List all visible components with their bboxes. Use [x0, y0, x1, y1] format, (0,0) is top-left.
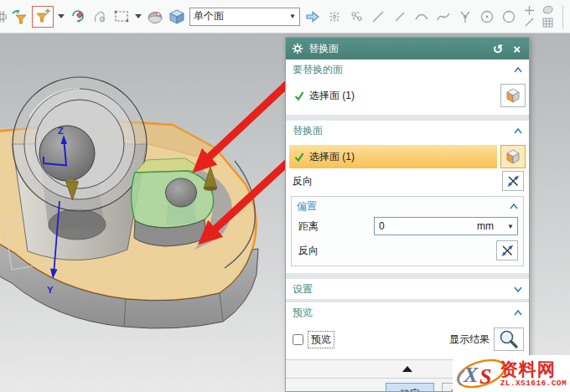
chevron-up-icon: [514, 128, 522, 134]
collapse-up-icon: [402, 366, 412, 372]
select-face-row-2-active[interactable]: 选择面 (1): [289, 145, 497, 168]
filter-plus-icon[interactable]: [32, 6, 54, 28]
glass-cube-icon[interactable]: [168, 7, 186, 27]
group-header-replacement-face[interactable]: 替换面: [286, 121, 529, 141]
group-header-preview[interactable]: 预览: [286, 302, 529, 322]
offset-group-header[interactable]: 偏置: [297, 197, 518, 215]
branch-icon[interactable]: [456, 7, 474, 27]
clipped-tool-icon[interactable]: [0, 7, 7, 27]
chevron-up-icon: [514, 310, 522, 316]
watermark-site-name: 资料网: [500, 360, 556, 378]
model-pad-hole[interactable]: [166, 178, 197, 207]
chevron-down-icon: [514, 286, 522, 292]
forward-arrow-icon[interactable]: [303, 7, 322, 27]
distance-dropdown-caret[interactable]: ▼: [504, 223, 517, 230]
reverse-direction-label: 反向: [293, 174, 502, 188]
preview-checkbox-label[interactable]: 预览: [308, 331, 334, 348]
scatter-points-icon[interactable]: [325, 7, 344, 27]
magnifier-icon: [498, 329, 520, 349]
close-icon[interactable]: ×: [510, 43, 523, 55]
distance-unit: mm: [477, 220, 504, 232]
gear-icon: [292, 43, 303, 54]
rect-select-icon[interactable]: [112, 7, 131, 27]
preview-checkbox[interactable]: [293, 334, 303, 345]
reset-icon[interactable]: ↺: [490, 43, 506, 55]
watermark-site-url: ZL.XS1616.COM: [500, 379, 567, 388]
group-header-settings[interactable]: 设置: [286, 279, 529, 299]
arc-icon[interactable]: [412, 7, 431, 27]
group-title: 替换面: [293, 124, 514, 138]
spline-icon[interactable]: [434, 7, 453, 27]
combo-caret-icon[interactable]: ▼: [289, 13, 296, 20]
circle-center-icon[interactable]: [478, 7, 496, 27]
watermark-logo-s: S: [479, 364, 491, 389]
show-result-button[interactable]: [494, 328, 524, 351]
distance-label: 距离: [298, 219, 374, 234]
group-faces-to-replace: 要替换的面 选择面 (1): [286, 59, 529, 115]
face-rule-value: 单个面: [194, 9, 286, 23]
face-rule-combobox[interactable]: 单个面 ▼: [189, 8, 300, 26]
offset-groupbox: 偏置 距离 mm ▼ 反向: [291, 196, 524, 266]
reverse-direction-icon: [500, 243, 515, 258]
distance-input-combo: mm ▼: [374, 217, 518, 235]
face-selection-cube-button-1[interactable]: [500, 84, 526, 107]
watermark-logo: X S: [454, 356, 505, 391]
snap-filter-icon[interactable]: [10, 7, 28, 27]
watermark-logo-x: X: [463, 363, 479, 387]
group-header-faces-to-replace[interactable]: 要替换的面: [286, 59, 529, 80]
group-settings: 设置: [286, 279, 529, 299]
filter-dropdown-caret[interactable]: [57, 14, 65, 18]
cube-face-icon: [505, 148, 521, 165]
line-alt-icon[interactable]: [391, 7, 409, 27]
ellipse-icon[interactable]: [500, 7, 518, 27]
group-title: 要替换的面: [293, 63, 514, 77]
replace-face-dialog: 替换面 ↺ × 要替换的面 选择面 (1): [285, 37, 530, 392]
show-result-label: 显示结果: [449, 333, 490, 347]
check-icon: [294, 90, 304, 101]
plus-line-stack-icon[interactable]: [521, 3, 536, 30]
chevron-up-icon: [514, 67, 522, 73]
select-face-label-1: 选择面 (1): [309, 89, 355, 103]
group-preview: 预览 预览 显示结果: [286, 302, 529, 359]
offset-reverse-label: 反向: [298, 244, 496, 258]
shaded-view-icon[interactable]: [146, 7, 164, 27]
group-replacement-face: 替换面 选择面 (1) 反向: [286, 121, 529, 273]
select-face-row-1[interactable]: 选择面 (1): [289, 84, 497, 107]
cube-face-icon: [505, 87, 521, 104]
check-icon: [294, 152, 304, 162]
group-title: 设置: [293, 282, 514, 297]
axis-y-label: Y: [47, 285, 54, 295]
pattern-move-icon[interactable]: [347, 7, 365, 27]
reverse-direction-icon: [505, 173, 521, 188]
select-face-label-2: 选择面 (1): [309, 150, 355, 164]
face-selection-cube-button-2[interactable]: [500, 145, 526, 168]
rect-select-dropdown-caret[interactable]: [134, 14, 142, 18]
annotation-arrow-1: [209, 83, 288, 157]
ok-button[interactable]: 确定: [386, 383, 434, 392]
reverse-direction-button[interactable]: [502, 171, 524, 191]
distance-input[interactable]: [375, 220, 440, 232]
dialog-title: 替换面: [308, 42, 485, 56]
axis-z-label: Z: [58, 126, 64, 136]
rotate-point-icon[interactable]: [69, 7, 87, 27]
watermark: X S 资料网 ZL.XS1616.COM: [453, 355, 570, 392]
toolbar-separator: [562, 5, 563, 28]
chevron-up-icon: [510, 204, 518, 209]
pan-handle-icon[interactable]: [91, 7, 109, 27]
face-grid-stack-icon[interactable]: [540, 3, 555, 30]
nx-application-window: 单个面 ▼: [0, 0, 570, 392]
group-title: 预览: [293, 306, 514, 320]
offset-reverse-button[interactable]: [496, 240, 518, 260]
model-boss-bore[interactable]: [39, 126, 95, 181]
selection-toolbar: 单个面 ▼: [0, 0, 570, 34]
line-icon[interactable]: [369, 7, 387, 27]
dialog-title-bar[interactable]: 替换面 ↺ ×: [286, 38, 529, 59]
offset-title: 偏置: [297, 199, 510, 214]
